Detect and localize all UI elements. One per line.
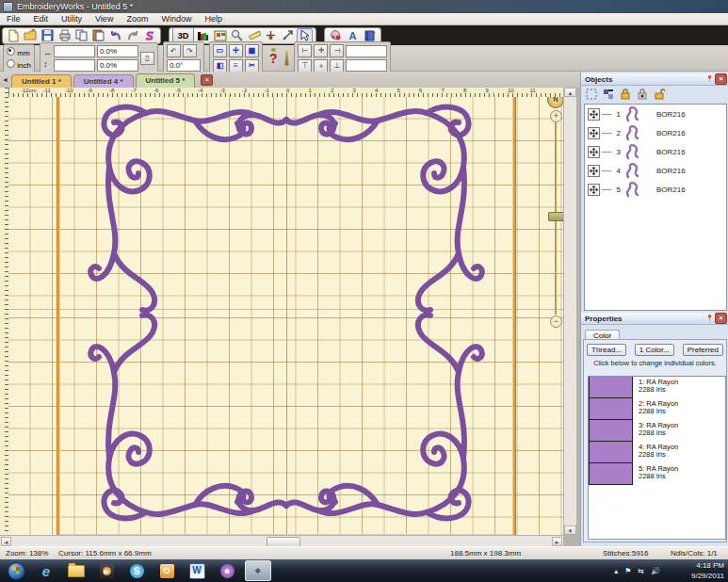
embroidery-design[interactable] (61, 97, 511, 528)
object-thumbnail[interactable] (623, 105, 647, 122)
open-icon[interactable] (23, 28, 39, 43)
lock-marked-icon[interactable] (636, 88, 649, 100)
color-swatch[interactable] (589, 463, 633, 485)
aspect-lock-button[interactable]: ▯ (140, 52, 154, 65)
tab-close-icon[interactable]: × (201, 74, 213, 86)
color-action-button[interactable]: Thread... (587, 344, 626, 356)
move-right-button[interactable]: ⊣ (330, 44, 344, 57)
skype-icon[interactable]: S (124, 561, 149, 580)
color-swatch[interactable] (589, 442, 633, 463)
width-field[interactable] (54, 45, 95, 57)
unit-inch-radio[interactable]: inch (7, 59, 31, 70)
menu-item[interactable]: View (89, 14, 120, 24)
paste-icon[interactable] (90, 28, 106, 43)
object-row[interactable]: 5 BOR216 (585, 180, 726, 199)
copy-icon[interactable] (73, 28, 89, 43)
scroll-left-icon[interactable]: ◄ (1, 537, 11, 546)
lock-icon[interactable] (619, 88, 632, 100)
undo-icon[interactable] (107, 28, 123, 43)
move-handle-icon[interactable] (588, 146, 600, 158)
color-swatch[interactable] (589, 377, 633, 398)
height-field[interactable] (54, 59, 95, 72)
redo-icon[interactable] (124, 28, 140, 43)
move-bottom-button[interactable]: ⊥ (330, 59, 344, 73)
snip-button[interactable]: ✂ (245, 59, 259, 73)
object-row[interactable]: 4 BOR216 (585, 161, 726, 180)
zoom-slider-handle[interactable] (548, 212, 563, 221)
objects-close-icon[interactable]: × (715, 73, 727, 85)
vertical-scrollbar[interactable]: ▲ ▼ (563, 88, 576, 535)
document-tab[interactable]: Untitled 5 * (136, 73, 196, 88)
unit-mm-radio[interactable]: mm (7, 47, 31, 57)
zoom-out-icon[interactable]: − (550, 315, 562, 328)
object-row[interactable]: 2 BOR216 (585, 123, 726, 142)
rotate-left-button[interactable]: ↶ (167, 44, 181, 57)
cleanup-tool-icon[interactable] (283, 51, 289, 66)
title-bar[interactable]: EmbroideryWorks - Untitled 5 * (0, 0, 728, 13)
print-icon[interactable] (57, 28, 73, 43)
move-center-h-button[interactable]: ✛ (314, 44, 328, 57)
monogram-icon[interactable] (141, 28, 157, 43)
origin-tool-icon[interactable] (263, 28, 279, 43)
volume-icon[interactable]: 🔊 (651, 567, 660, 575)
document-tab[interactable]: Untitled 1 * (11, 74, 72, 88)
pos-y-field[interactable] (346, 59, 387, 72)
color-row[interactable]: 2: RA Rayon 2288 Iris (589, 398, 725, 420)
move-left-button[interactable]: ⊢ (298, 44, 312, 57)
mirror-h-button[interactable]: ▭ (213, 44, 227, 57)
save-icon[interactable] (40, 28, 56, 43)
pin-icon[interactable]: 📍 (705, 75, 713, 83)
unlock-icon[interactable] (653, 88, 666, 100)
tab-scroll-left-icon[interactable]: ◄ (2, 76, 8, 83)
start-button[interactable] (4, 561, 28, 580)
network-icon[interactable]: ⇆ (638, 567, 644, 575)
outlook-icon[interactable]: O (154, 561, 179, 580)
internet-explorer-icon[interactable]: e (34, 561, 58, 580)
color-action-button[interactable]: 1 Color... (635, 344, 674, 356)
color-row[interactable]: 3: RA Rayon 2288 Iris (589, 420, 725, 442)
color-swatch[interactable] (589, 420, 633, 442)
scroll-right-icon[interactable]: ► (552, 537, 562, 546)
windows-explorer-icon[interactable] (64, 561, 89, 580)
width-percent-field[interactable]: 0.0% (97, 45, 138, 57)
select-all-icon[interactable] (585, 88, 598, 100)
object-thumbnail[interactable] (623, 143, 647, 160)
grid-center-button[interactable]: ▦ (245, 44, 259, 57)
color-row[interactable]: 4: RA Rayon 2288 Iris (589, 442, 725, 463)
horizontal-scrollbar[interactable]: ◄ ► (0, 535, 563, 546)
object-row[interactable]: 3 BOR216 (585, 142, 726, 161)
compass-icon[interactable]: N (547, 97, 563, 108)
object-thumbnail[interactable] (623, 124, 647, 141)
menu-item[interactable]: Utility (55, 14, 89, 24)
group-objects-icon[interactable] (602, 88, 615, 100)
move-handle-icon[interactable] (588, 108, 600, 121)
document-tab[interactable]: Untitled 4 * (73, 74, 134, 88)
mirror-v-button[interactable]: ◧ (213, 59, 227, 73)
stitch-edit-icon[interactable] (280, 28, 296, 43)
properties-close-icon[interactable]: × (715, 313, 727, 324)
color-row[interactable]: 5: RA Rayon 2288 Iris (589, 463, 725, 485)
scroll-down-icon[interactable]: ▼ (564, 525, 576, 535)
color-swatch[interactable] (589, 398, 633, 420)
move-handle-icon[interactable] (588, 184, 600, 196)
menu-item[interactable]: Zoom (120, 14, 154, 24)
new-icon[interactable] (6, 28, 22, 43)
angle-field[interactable]: 0.0° (167, 59, 201, 72)
help-pointer-icon[interactable]: ? (267, 51, 280, 66)
height-percent-field[interactable]: 0.0% (97, 59, 138, 72)
design-canvas[interactable]: N + − (8, 97, 563, 535)
yahoo-messenger-icon[interactable]: ☻ (215, 561, 239, 580)
menu-item[interactable]: File (0, 14, 27, 24)
move-handle-icon[interactable] (588, 165, 600, 177)
object-thumbnail[interactable] (623, 181, 647, 198)
object-row[interactable]: 1 BOR216 (585, 105, 726, 123)
pin-icon[interactable]: 📍 (705, 315, 713, 322)
move-handle-icon[interactable] (588, 127, 600, 139)
move-top-button[interactable]: ⊤ (298, 59, 312, 73)
color-row[interactable]: 1: RA Rayon 2288 Iris (589, 377, 725, 398)
word-icon[interactable]: W (185, 561, 209, 580)
media-player-icon[interactable]: ▶ (94, 561, 119, 580)
color-action-button[interactable]: Preferred (683, 344, 723, 356)
embroidery-app-icon[interactable]: ⌖ (245, 560, 271, 581)
menu-item[interactable]: Edit (27, 14, 56, 24)
